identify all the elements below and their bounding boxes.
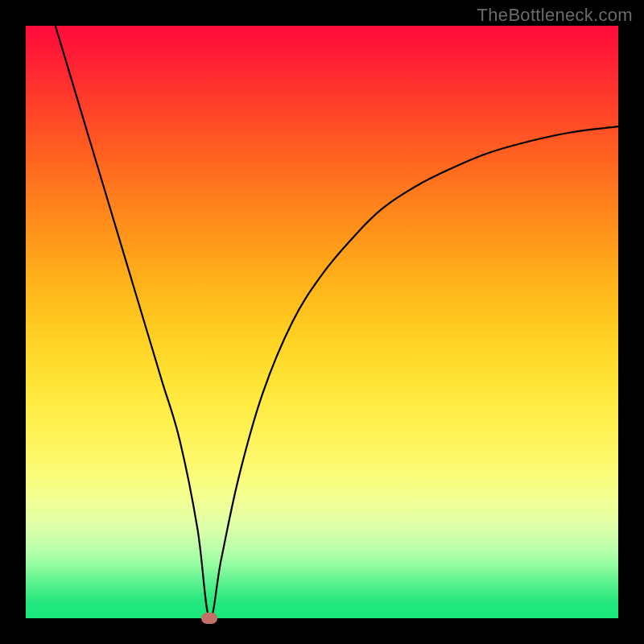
watermark-text: TheBottleneck.com xyxy=(477,5,633,26)
curve-path xyxy=(56,26,618,618)
plot-area xyxy=(26,26,618,618)
chart-frame: TheBottleneck.com xyxy=(0,0,644,644)
bottleneck-curve xyxy=(26,26,618,618)
optimum-marker xyxy=(201,613,217,624)
